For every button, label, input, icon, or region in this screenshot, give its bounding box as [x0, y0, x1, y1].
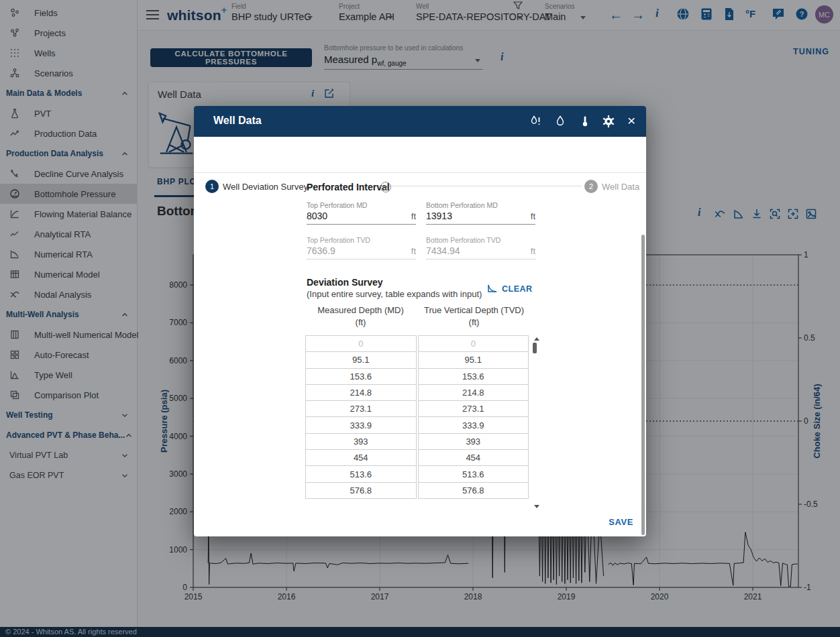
- table-row: 393393: [305, 434, 529, 450]
- app-root: Fields Projects Wells Scenarios Main Dat…: [0, 0, 840, 637]
- table-row: 333.9333.9: [305, 417, 529, 433]
- step-1-circle[interactable]: 1: [205, 180, 219, 193]
- thermometer-icon[interactable]: [579, 115, 591, 127]
- table-row: 454454: [305, 450, 529, 466]
- droplet-alert-icon[interactable]: [529, 115, 541, 127]
- perforated-interval-title: Perforated Interval: [307, 182, 390, 192]
- table-cell[interactable]: 95.1: [305, 351, 417, 368]
- step-1-label: Well Deviation Survey: [223, 182, 308, 192]
- table-cell[interactable]: 273.1: [418, 400, 529, 417]
- table-row: 214.8214.8: [305, 385, 529, 401]
- modal-stepper: 1 Well Deviation Survey 2 Well Data: [194, 137, 646, 173]
- table-row: 576.8576.8: [305, 483, 529, 499]
- table-row: 273.1273.1: [305, 401, 529, 417]
- table-cell[interactable]: 393: [418, 433, 529, 450]
- step-2-circle[interactable]: 2: [584, 180, 598, 193]
- modal-header: Well Data ×: [194, 106, 646, 137]
- table-cell[interactable]: 0: [418, 335, 529, 352]
- well-data-modal: Well Data × 1 Well Deviation Survey 2 We…: [194, 106, 646, 536]
- table-cell[interactable]: 454: [305, 449, 417, 466]
- save-button[interactable]: SAVE: [609, 517, 633, 527]
- table-cell[interactable]: 513.6: [305, 465, 417, 482]
- table-cell[interactable]: 273.1: [305, 400, 417, 417]
- table-row: 95.195.1: [305, 352, 529, 368]
- table-cell[interactable]: 333.9: [305, 416, 417, 433]
- table-cell[interactable]: 95.1: [418, 351, 529, 368]
- table-row: 513.6513.6: [305, 466, 529, 482]
- clear-button[interactable]: CLEAR: [502, 284, 533, 294]
- modal-scrollbar-thumb[interactable]: [641, 235, 645, 535]
- column-header-md-unit: (ft): [305, 317, 417, 327]
- deviation-survey-subtitle: (Input entire survey, table expands with…: [307, 289, 482, 299]
- table-cell[interactable]: 153.6: [305, 368, 417, 385]
- table-cell[interactable]: 214.8: [418, 384, 529, 401]
- table-cell[interactable]: 454: [418, 449, 529, 466]
- table-cell[interactable]: 576.8: [305, 482, 417, 499]
- column-header-tvd-unit: (ft): [418, 317, 530, 327]
- column-header-tvd: True Vertical Depth (TVD): [418, 305, 530, 315]
- step-2-label: Well Data: [602, 182, 639, 192]
- table-cell[interactable]: 513.6: [418, 465, 529, 482]
- table-cell[interactable]: 214.8: [305, 384, 417, 401]
- help-circle-icon[interactable]: ?: [380, 182, 391, 192]
- droplet-icon[interactable]: [554, 115, 566, 127]
- column-header-md: Measured Depth (MD): [305, 305, 417, 315]
- table-cell[interactable]: 333.9: [418, 416, 529, 433]
- close-icon[interactable]: ×: [627, 112, 635, 129]
- table-cell[interactable]: 576.8: [418, 482, 529, 499]
- table-cell[interactable]: 393: [305, 433, 417, 450]
- scroll-up-icon[interactable]: [534, 337, 539, 341]
- clear-icon[interactable]: [486, 283, 498, 294]
- table-row: 00: [305, 336, 529, 352]
- table-cell[interactable]: 0: [305, 335, 417, 352]
- table-scrollbar-thumb[interactable]: [533, 343, 537, 353]
- table-cell[interactable]: 153.6: [418, 368, 529, 385]
- settings-gear-icon[interactable]: [602, 115, 615, 127]
- table-row: 153.6153.6: [305, 369, 529, 385]
- deviation-table-body[interactable]: 0095.195.1153.6153.6214.8214.8273.1273.1…: [305, 336, 529, 499]
- deviation-survey-title: Deviation Survey: [307, 277, 383, 288]
- modal-title: Well Data: [213, 115, 262, 127]
- scroll-down-icon[interactable]: [534, 505, 539, 508]
